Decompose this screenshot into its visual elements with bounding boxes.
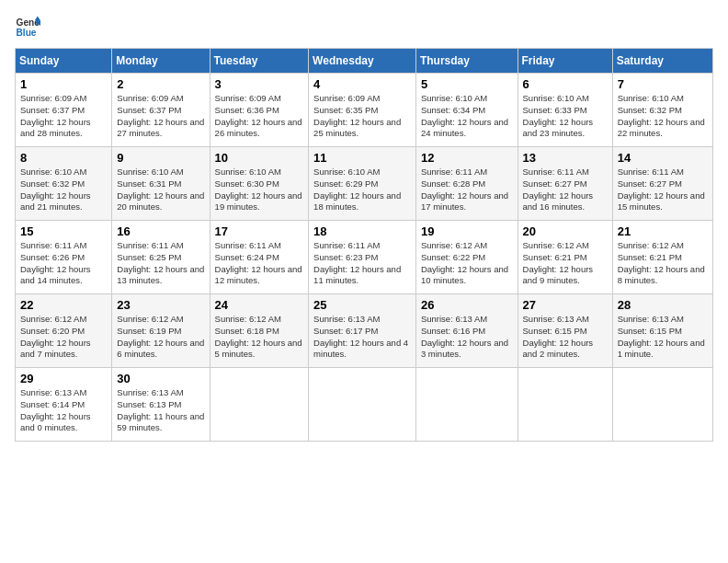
calendar-cell: 26Sunrise: 6:13 AMSunset: 6:16 PMDayligh… [415,294,518,368]
day-number: 15 [20,224,107,238]
day-info: Sunrise: 6:10 AMSunset: 6:33 PMDaylight:… [523,93,608,140]
day-number: 29 [20,372,107,385]
day-info: Sunrise: 6:13 AMSunset: 6:17 PMDaylight:… [313,314,411,361]
calendar-week-row: 29Sunrise: 6:13 AMSunset: 6:14 PMDayligh… [16,368,713,442]
calendar-cell [612,368,712,442]
day-header-tuesday: Tuesday [210,49,309,74]
calendar-week-row: 15Sunrise: 6:11 AMSunset: 6:26 PMDayligh… [16,221,713,294]
day-info: Sunrise: 6:09 AMSunset: 6:37 PMDaylight:… [20,93,107,140]
calendar-cell: 14Sunrise: 6:11 AMSunset: 6:27 PMDayligh… [612,147,712,221]
page-header: General Blue [15,15,713,40]
calendar-cell: 3Sunrise: 6:09 AMSunset: 6:36 PMDaylight… [210,74,309,147]
day-info: Sunrise: 6:12 AMSunset: 6:19 PMDaylight:… [117,314,204,361]
day-number: 22 [20,298,107,312]
day-number: 17 [215,224,304,238]
calendar-cell: 8Sunrise: 6:10 AMSunset: 6:32 PMDaylight… [16,147,112,221]
day-info: Sunrise: 6:11 AMSunset: 6:27 PMDaylight:… [523,167,608,213]
day-info: Sunrise: 6:11 AMSunset: 6:24 PMDaylight:… [215,240,304,287]
day-info: Sunrise: 6:10 AMSunset: 6:30 PMDaylight:… [215,167,304,213]
day-number: 14 [618,151,708,165]
svg-marker-4 [36,20,40,25]
calendar-cell: 24Sunrise: 6:12 AMSunset: 6:18 PMDayligh… [210,294,309,368]
calendar-cell: 25Sunrise: 6:13 AMSunset: 6:17 PMDayligh… [309,294,416,368]
day-header-thursday: Thursday [415,49,518,74]
calendar-cell [518,368,612,442]
day-number: 13 [523,151,608,165]
calendar-cell [210,368,309,442]
day-number: 20 [523,224,608,238]
day-number: 24 [215,298,304,312]
day-info: Sunrise: 6:09 AMSunset: 6:37 PMDaylight:… [117,93,204,140]
day-info: Sunrise: 6:09 AMSunset: 6:35 PMDaylight:… [313,93,411,140]
day-info: Sunrise: 6:13 AMSunset: 6:16 PMDaylight:… [421,314,513,361]
day-info: Sunrise: 6:11 AMSunset: 6:25 PMDaylight:… [117,240,204,287]
logo: General Blue [15,15,44,40]
calendar-cell: 11Sunrise: 6:10 AMSunset: 6:29 PMDayligh… [309,147,416,221]
day-number: 9 [117,151,204,165]
calendar-week-row: 22Sunrise: 6:12 AMSunset: 6:20 PMDayligh… [16,294,713,368]
calendar-cell: 23Sunrise: 6:12 AMSunset: 6:19 PMDayligh… [112,294,210,368]
calendar-cell: 9Sunrise: 6:10 AMSunset: 6:31 PMDaylight… [112,147,210,221]
day-number: 2 [117,77,204,91]
calendar-cell: 29Sunrise: 6:13 AMSunset: 6:14 PMDayligh… [16,368,112,442]
day-number: 4 [313,77,411,91]
calendar-cell [415,368,518,442]
day-header-wednesday: Wednesday [309,49,416,74]
day-number: 23 [117,298,204,312]
calendar-cell: 6Sunrise: 6:10 AMSunset: 6:33 PMDaylight… [518,74,612,147]
day-number: 19 [421,224,513,238]
day-header-sunday: Sunday [16,49,112,74]
calendar-cell: 27Sunrise: 6:13 AMSunset: 6:15 PMDayligh… [518,294,612,368]
day-info: Sunrise: 6:10 AMSunset: 6:29 PMDaylight:… [313,167,411,213]
day-header-friday: Friday [518,49,612,74]
calendar-cell: 15Sunrise: 6:11 AMSunset: 6:26 PMDayligh… [16,221,112,294]
day-header-monday: Monday [112,49,210,74]
calendar-table: SundayMondayTuesdayWednesdayThursdayFrid… [15,48,713,442]
day-number: 21 [618,224,708,238]
calendar-cell: 22Sunrise: 6:12 AMSunset: 6:20 PMDayligh… [16,294,112,368]
calendar-cell: 28Sunrise: 6:13 AMSunset: 6:15 PMDayligh… [612,294,712,368]
day-number: 25 [313,298,411,312]
day-number: 30 [117,372,204,385]
day-number: 6 [523,77,608,91]
day-number: 3 [215,77,304,91]
calendar-cell: 19Sunrise: 6:12 AMSunset: 6:22 PMDayligh… [415,221,518,294]
day-info: Sunrise: 6:13 AMSunset: 6:15 PMDaylight:… [618,314,708,361]
day-info: Sunrise: 6:11 AMSunset: 6:27 PMDaylight:… [618,167,708,213]
calendar-cell: 7Sunrise: 6:10 AMSunset: 6:32 PMDaylight… [612,74,712,147]
day-header-saturday: Saturday [612,49,712,74]
calendar-cell: 16Sunrise: 6:11 AMSunset: 6:25 PMDayligh… [112,221,210,294]
day-number: 16 [117,224,204,238]
day-number: 5 [421,77,513,91]
day-info: Sunrise: 6:10 AMSunset: 6:34 PMDaylight:… [421,93,513,140]
day-info: Sunrise: 6:10 AMSunset: 6:31 PMDaylight:… [117,167,204,213]
calendar-cell: 10Sunrise: 6:10 AMSunset: 6:30 PMDayligh… [210,147,309,221]
day-info: Sunrise: 6:11 AMSunset: 6:28 PMDaylight:… [421,167,513,213]
calendar-cell: 17Sunrise: 6:11 AMSunset: 6:24 PMDayligh… [210,221,309,294]
calendar-cell [309,368,416,442]
day-number: 7 [618,77,708,91]
day-info: Sunrise: 6:12 AMSunset: 6:22 PMDaylight:… [421,240,513,287]
day-info: Sunrise: 6:13 AMSunset: 6:15 PMDaylight:… [523,314,608,361]
day-number: 8 [20,151,107,165]
calendar-cell: 12Sunrise: 6:11 AMSunset: 6:28 PMDayligh… [415,147,518,221]
day-info: Sunrise: 6:11 AMSunset: 6:23 PMDaylight:… [313,240,411,287]
calendar-cell: 30Sunrise: 6:13 AMSunset: 6:13 PMDayligh… [112,368,210,442]
calendar-week-row: 8Sunrise: 6:10 AMSunset: 6:32 PMDaylight… [16,147,713,221]
calendar-cell: 5Sunrise: 6:10 AMSunset: 6:34 PMDaylight… [415,74,518,147]
day-number: 28 [618,298,708,312]
day-number: 27 [523,298,608,312]
logo-icon: General Blue [15,15,40,40]
day-number: 12 [421,151,513,165]
calendar-cell: 20Sunrise: 6:12 AMSunset: 6:21 PMDayligh… [518,221,612,294]
calendar-header-row: SundayMondayTuesdayWednesdayThursdayFrid… [16,49,713,74]
day-number: 1 [20,77,107,91]
calendar-cell: 2Sunrise: 6:09 AMSunset: 6:37 PMDaylight… [112,74,210,147]
day-info: Sunrise: 6:12 AMSunset: 6:21 PMDaylight:… [618,240,708,287]
day-number: 10 [215,151,304,165]
day-number: 26 [421,298,513,312]
calendar-cell: 21Sunrise: 6:12 AMSunset: 6:21 PMDayligh… [612,221,712,294]
day-info: Sunrise: 6:10 AMSunset: 6:32 PMDaylight:… [618,93,708,140]
calendar-cell: 1Sunrise: 6:09 AMSunset: 6:37 PMDaylight… [16,74,112,147]
day-info: Sunrise: 6:13 AMSunset: 6:14 PMDaylight:… [20,387,107,434]
